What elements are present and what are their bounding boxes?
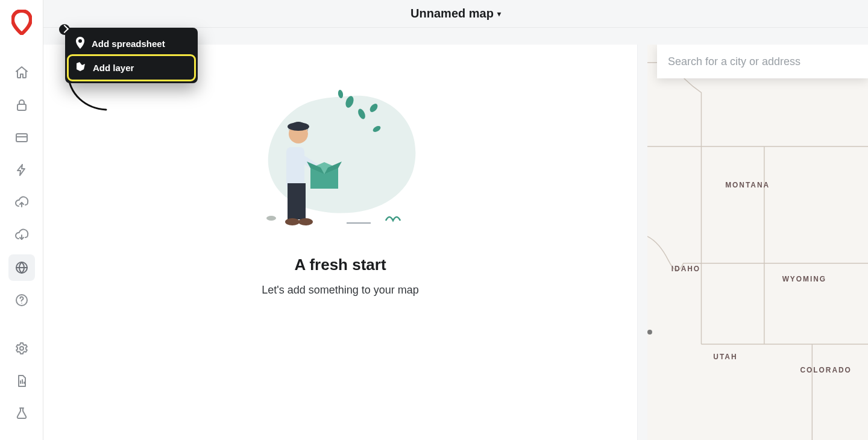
svg-rect-2 [16, 134, 27, 142]
topbar: Unnamed map ▾ [43, 0, 868, 28]
svg-point-7 [78, 39, 82, 43]
empty-heading: A fresh start [184, 256, 497, 274]
search-box[interactable] [657, 45, 868, 78]
search-input[interactable] [668, 55, 857, 68]
illustration [250, 81, 431, 237]
pin-icon [75, 36, 86, 51]
content: A fresh start Let's add something to you… [43, 28, 868, 440]
globe-icon[interactable] [8, 254, 35, 281]
flask-icon[interactable] [8, 400, 35, 427]
map-canvas[interactable]: MONTANA IDAHO WYOMING UTAH COLORADO [647, 45, 868, 440]
upload-cloud-icon[interactable] [8, 189, 35, 216]
svg-rect-1 [17, 104, 26, 110]
layer-icon [75, 61, 87, 75]
logo-icon [11, 10, 32, 35]
help-icon[interactable] [8, 287, 35, 313]
svg-point-22 [298, 218, 313, 225]
svg-point-25 [647, 330, 652, 335]
svg-point-23 [266, 216, 276, 221]
empty-subtext: Let's add something to your map [184, 284, 497, 297]
add-spreadsheet-item[interactable]: Add spreadsheet [69, 31, 194, 56]
lock-icon[interactable] [8, 92, 35, 118]
dropdown-pointer [59, 24, 70, 35]
menu-item-label: Add spreadsheet [92, 39, 165, 49]
map-label-colorado: COLORADO [800, 366, 851, 374]
map-label-utah: UTAH [713, 353, 737, 361]
credit-card-icon[interactable] [8, 124, 35, 151]
chevron-down-icon: ▾ [497, 10, 501, 18]
download-cloud-icon[interactable] [8, 222, 35, 248]
add-menu: Add spreadsheet Add layer [65, 28, 198, 83]
empty-state: A fresh start Let's add something to you… [184, 81, 497, 297]
svg-point-5 [21, 303, 22, 304]
svg-point-0 [18, 16, 25, 23]
home-icon[interactable] [8, 59, 35, 86]
svg-rect-14 [288, 183, 306, 219]
report-icon[interactable] [8, 368, 35, 394]
map-label-wyoming: WYOMING [782, 275, 826, 283]
svg-point-6 [20, 347, 24, 350]
map-title: Unnamed map [410, 7, 494, 20]
map-label-montana: MONTANA [725, 181, 770, 189]
menu-item-label: Add layer [93, 63, 134, 73]
left-panel: A fresh start Let's add something to you… [43, 45, 638, 440]
add-layer-item[interactable]: Add layer [69, 56, 194, 80]
map-label-idaho: IDAHO [671, 265, 700, 273]
gear-icon[interactable] [8, 335, 35, 362]
map-panel: MONTANA IDAHO WYOMING UTAH COLORADO [647, 45, 868, 440]
thunder-icon[interactable] [8, 157, 35, 183]
map-title-dropdown[interactable]: Unnamed map ▾ [410, 7, 501, 20]
svg-rect-13 [286, 147, 304, 189]
svg-point-16 [288, 122, 309, 131]
rail [0, 0, 43, 440]
svg-point-21 [285, 218, 300, 225]
svg-rect-24 [647, 45, 868, 440]
